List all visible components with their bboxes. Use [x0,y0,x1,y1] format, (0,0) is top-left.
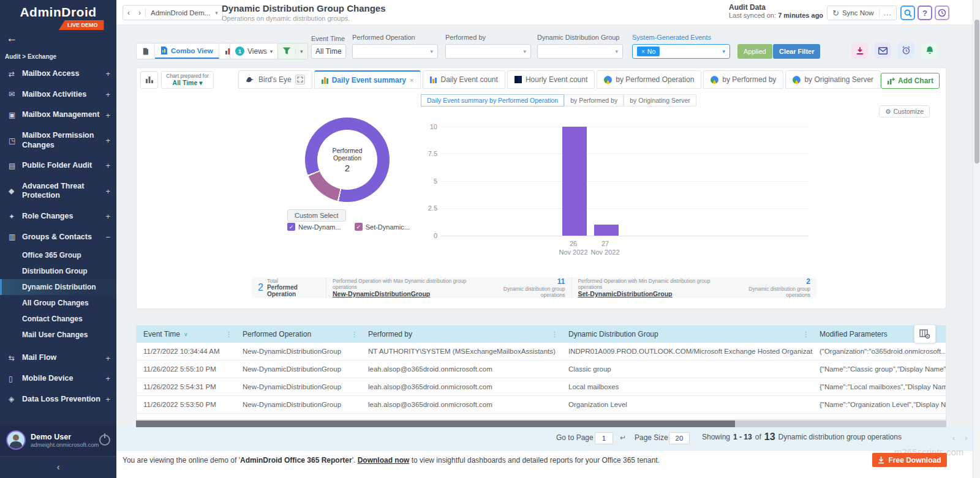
enter-icon[interactable]: ↵ [620,433,626,442]
expand-plus-icon[interactable]: + [103,111,110,120]
views-dropdown[interactable]: 1 Views ▾ [230,43,278,59]
email-report-button[interactable] [875,42,891,59]
horizontal-scrollbar-thumb[interactable] [136,420,735,427]
table-row[interactable]: 11/27/2022 10:34:44 AM New-DynamicDistri… [137,343,946,360]
column-menu-icon[interactable]: ⋮ [225,330,232,338]
tab-by-performed-by[interactable]: by Performed by [703,70,783,89]
close-icon[interactable]: × [410,77,413,84]
applied-button[interactable]: Applied [737,44,772,59]
sidebar-item-mail-flow[interactable]: ⇆ Mail Flow + [0,348,116,368]
sidebar-item-mobile-device[interactable]: ▯ Mobile Device + [0,368,116,389]
goto-page-input[interactable] [595,432,613,444]
expand-plus-icon[interactable]: + [103,374,110,383]
expand-plus-icon[interactable]: + [103,187,110,196]
sidebar-item-distribution-group[interactable]: Distribution Group [0,263,116,279]
next-page-icon[interactable]: › [965,433,967,443]
sync-now-button[interactable]: ↻ Sync Now [827,9,879,18]
sidebar-collapse-button[interactable]: ‹ [0,456,116,478]
table-row[interactable]: 11/26/2022 5:55:10 PM New-DynamicDistrib… [137,360,946,378]
filter-funnel-button[interactable] [278,47,295,55]
expand-plus-icon[interactable]: + [103,354,110,363]
vertical-scrollbar-thumb[interactable] [974,20,979,163]
more-options-button[interactable]: ... [879,9,896,17]
subtab-by-performed-operation[interactable]: Daily Event summary by Performed Operati… [421,94,564,106]
expand-plus-icon[interactable]: + [103,395,110,404]
schedule-alarm-button[interactable] [898,42,914,59]
system-generated-events-select[interactable]: × No ▾ [632,44,730,59]
sidebar-item-mailbox-permission-changes[interactable]: ◳ Mailbox Permission Changes + [0,125,116,155]
free-download-button[interactable]: Free Download [872,453,947,467]
combo-view-button[interactable]: Combo View [155,43,219,59]
tab-by-originating-server[interactable]: by Originating Server [785,70,881,89]
table-row[interactable]: 11/26/2022 5:53:50 PM New-DynamicDistrib… [137,396,946,414]
customize-button[interactable]: ⚙ Customize [879,105,930,118]
nav-back-icon[interactable]: ‹ [123,9,134,17]
sidebar-item-groups-contacts[interactable]: ▥ Groups & Contacts − [0,227,116,248]
checkbox-checked-icon[interactable]: ✓ [287,223,295,231]
min-operation-link[interactable]: Set-DynamicDistributionGroup [578,290,728,297]
dynamic-distribution-group-select[interactable]: ▾ [537,44,623,59]
sidebar-item-role-changes[interactable]: ✦ Role Changes + [0,206,116,227]
nav-forward-icon[interactable]: › [134,9,146,17]
clear-filter-button[interactable]: Clear Filter [773,44,820,59]
column-menu-icon[interactable]: ⋮ [351,330,358,338]
sidebar-item-public-folder-audit[interactable]: ▤ Public Folder Audit + [0,155,116,176]
sidebar-item-advanced-threat-protection[interactable]: ◆ Advanced Threat Protection + [0,176,116,206]
filter-dropdown-button[interactable]: ▾ [295,48,307,54]
sidebar-item-mailbox-access[interactable]: ⇄ Mailbox Access + [0,64,116,84]
custom-select-button[interactable]: Custom Select [287,209,346,222]
column-header-event-time[interactable]: Event Time ∨ ⋮ [137,326,236,343]
export-download-button[interactable] [851,42,868,59]
alerts-button[interactable] [921,42,938,59]
vertical-scrollbar[interactable] [973,0,980,478]
user-card[interactable]: Demo User admeight.onmicrosoft.com [0,424,116,456]
subtab-by-performed-by[interactable]: by Performed by [564,94,624,106]
column-menu-icon[interactable]: ⋮ [802,330,809,338]
schedule-button[interactable] [935,6,949,20]
chevron-down-icon[interactable]: ▾ [215,10,222,16]
sort-icon[interactable]: ∨ [184,331,188,337]
column-settings-button[interactable] [914,324,936,343]
sidebar-item-all-group-changes[interactable]: All Group Changes [0,295,116,311]
tab-daily-event-summary[interactable]: Daily Event summary × [314,70,421,89]
expand-plus-icon[interactable]: + [103,90,110,99]
performed-by-select[interactable]: ▾ [445,44,531,59]
column-menu-icon[interactable]: ⋮ [551,330,558,338]
report-selector-label[interactable]: AdminDroid Dem... [146,9,215,17]
add-chart-button[interactable]: Add Chart [881,73,940,89]
sidebar-item-mailbox-activities[interactable]: ✉ Mailbox Activities + [0,84,116,105]
legend-item-new-dynamic[interactable]: ✓ New-Dynam... [287,223,341,231]
sidebar-item-contact-changes[interactable]: Contact Changes [0,311,116,327]
table-row-partial[interactable] [137,414,946,419]
bar-27-nov-2022[interactable] [594,225,619,236]
expand-plus-icon[interactable]: + [103,161,110,170]
column-header-performed-by[interactable]: Performed by ⋮ [361,326,562,343]
expand-plus-icon[interactable]: + [103,212,110,221]
tab-hourly-event-count[interactable]: Hourly Event count [507,70,595,89]
event-time-input[interactable] [311,44,346,59]
sidebar-item-office-365-group[interactable]: Office 365 Group [0,247,116,263]
collapse-minus-icon[interactable]: − [103,233,110,242]
back-arrow-icon[interactable]: ← [6,32,17,45]
expand-plus-icon[interactable]: + [103,69,110,78]
donut-chart[interactable]: Performed Operation 2 [305,118,390,202]
power-icon[interactable] [99,435,110,446]
tab-by-performed-operation[interactable]: by Performed Operation [597,70,701,89]
performed-operation-select[interactable]: ▾ [352,44,438,59]
sidebar-item-mail-user-changes[interactable]: Mail User Changes [0,327,116,343]
download-now-link[interactable]: Download now [358,456,410,465]
tab-birds-eye[interactable]: Bird's Eye [238,70,312,89]
column-header-performed-operation[interactable]: Performed Operation ⋮ [236,326,361,343]
chart-period-selector[interactable]: Chart prepared for All Time ▾ [161,71,214,89]
table-row[interactable]: 11/26/2022 5:54:31 PM New-DynamicDistrib… [137,378,946,396]
sidebar-item-dynamic-distribution[interactable]: Dynamic Distribution [0,279,116,295]
search-button[interactable] [900,6,915,20]
bar-26-nov-2022[interactable] [562,127,587,236]
help-button[interactable]: ? [918,6,932,20]
subtab-by-originating-server[interactable]: by Originating Server [624,94,696,106]
checkbox-checked-icon[interactable]: ✓ [355,223,363,231]
remove-chip-icon[interactable]: × [641,48,645,55]
expand-icon[interactable] [295,75,305,84]
expand-plus-icon[interactable]: + [103,136,110,145]
column-header-dynamic-distribution-group[interactable]: Dynamic Distribution Group ⋮ [562,326,813,343]
